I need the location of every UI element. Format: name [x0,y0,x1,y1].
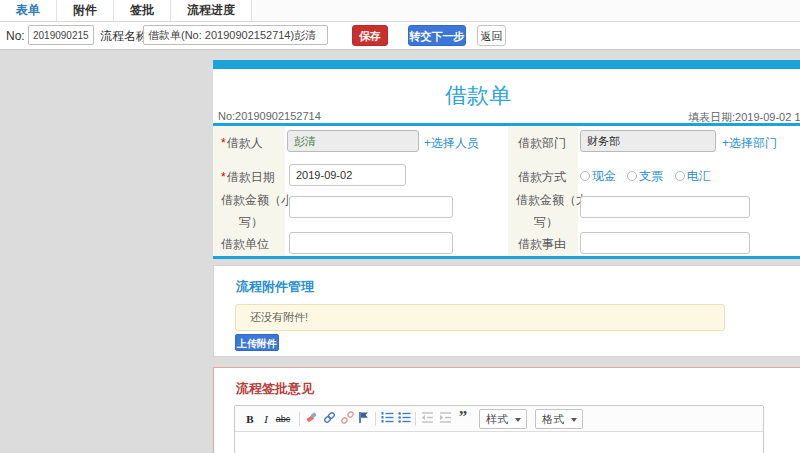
upload-attachment-button[interactable]: 上传附件 [235,334,279,351]
radio-icon[interactable] [580,171,590,181]
save-button[interactable]: 保存 [352,25,388,46]
amount-small-label-line1: 借款金额（小 [221,192,293,209]
panel-top-bar [213,60,800,69]
format-select[interactable]: 格式 [535,409,583,429]
italic-icon[interactable]: I [259,411,273,427]
toolbar-separator [375,412,376,426]
editor-content-area[interactable] [235,432,763,453]
select-person-link[interactable]: +选择人员 [424,135,479,152]
method-radio-group: 现金 支票 电汇 [580,168,719,185]
unit-input[interactable] [289,232,453,254]
toolbar-separator [299,412,300,426]
attachment-section: 流程附件管理 还没有附件! 上传附件 [213,265,800,357]
blockquote-icon[interactable]: ” [456,411,470,427]
ordered-list-icon[interactable] [380,411,394,427]
required-mark: * [221,170,226,184]
radio-wire[interactable]: 电汇 [675,169,711,183]
next-step-button[interactable]: 转交下一步 [408,25,466,46]
radio-cash[interactable]: 现金 [580,169,616,183]
indent-icon[interactable] [438,411,452,427]
unlink-icon[interactable] [340,411,354,427]
caret-down-icon [515,418,521,422]
required-mark: * [221,136,226,150]
tab-approval[interactable]: 签批 [114,0,171,21]
strikethrough-icon[interactable]: abc [273,411,293,427]
approval-heading: 流程签批意见 [236,380,314,398]
radio-cheque[interactable]: 支票 [627,169,663,183]
reason-input[interactable] [580,232,750,254]
attachment-heading: 流程附件管理 [236,278,314,296]
remove-format-icon[interactable] [304,411,318,427]
amount-big-label-line1: 借款金额（大 [516,192,588,209]
radio-icon[interactable] [675,171,685,181]
process-name-input[interactable] [143,25,328,45]
loan-form: *借款人 +选择人员 借款部门 +选择部门 *借款日期 借款方式 现金 支票 电… [213,123,800,259]
tab-form[interactable]: 表单 [0,0,57,21]
department-label: 借款部门 [518,135,566,152]
page-title: 借款单 [445,81,511,111]
amount-small-input[interactable] [289,196,453,218]
app-screen: 表单附件签批流程进度 No: 流程名称: 保存 转交下一步 返回 借款单 No:… [0,0,800,453]
back-button[interactable]: 返回 [477,25,506,46]
tab-attachment[interactable]: 附件 [57,0,114,21]
no-label: No: [6,26,25,46]
loan-date-input[interactable] [289,164,406,186]
bold-icon[interactable]: B [243,411,257,427]
tab-bar: 表单附件签批流程进度 [0,0,800,22]
loan-date-label: *借款日期 [221,169,275,186]
reason-label: 借款事由 [518,236,566,253]
form-no-text: No:20190902152714 [218,110,321,122]
link-icon[interactable] [322,411,336,427]
method-label: 借款方式 [518,169,566,186]
amount-big-input[interactable] [580,196,750,218]
no-attachment-alert: 还没有附件! [235,304,725,331]
approval-section: 流程签批意见 B I abc [213,367,800,453]
amount-big-label-line2: 写） [534,214,558,231]
borrower-input[interactable] [287,130,419,152]
rich-text-editor[interactable]: B I abc [234,405,764,453]
department-input[interactable] [580,130,716,152]
style-select[interactable]: 样式 [479,409,527,429]
unit-label: 借款单位 [221,236,269,253]
caret-down-icon [571,418,577,422]
action-toolbar: No: 流程名称: 保存 转交下一步 返回 [0,22,800,50]
toolbar-separator [415,412,416,426]
select-department-link[interactable]: +选择部门 [722,135,777,152]
outdent-icon[interactable] [420,411,434,427]
anchor-flag-icon[interactable] [357,411,371,427]
tab-progress[interactable]: 流程进度 [171,0,252,21]
borrower-label: *借款人 [221,135,263,152]
bulleted-list-icon[interactable] [397,411,411,427]
editor-toolbar: B I abc [235,406,763,432]
process-no-input[interactable] [28,25,94,45]
radio-icon[interactable] [627,171,637,181]
amount-small-label-line2: 写） [239,214,263,231]
